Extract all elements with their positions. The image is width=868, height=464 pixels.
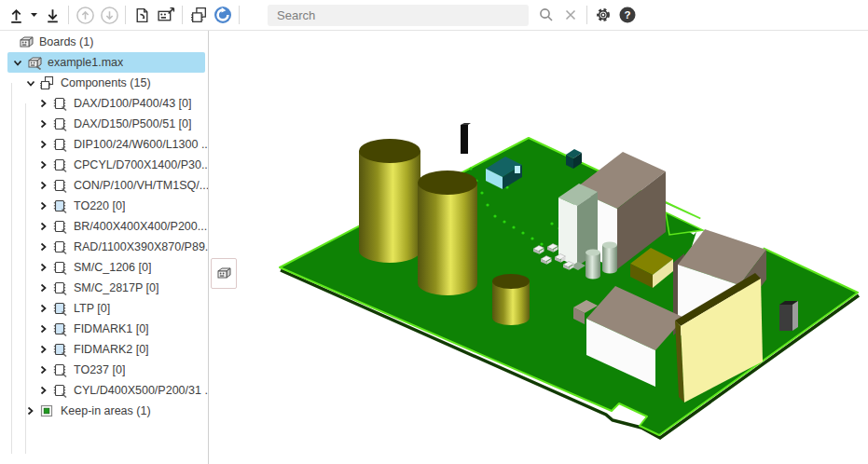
tree-row-dip100-24-w600-l1300[interactable]: DIP100/24/W600/L1300 ... [0, 134, 208, 155]
tree-row-label: TO220 [0] [74, 199, 125, 212]
chevron-icon[interactable] [39, 365, 48, 375]
cap-cylinder-sage-2[interactable] [602, 242, 617, 274]
component-chip-icon [52, 198, 68, 214]
tree-row-cyl-d400x500-p200-31[interactable]: CYL/D400X500/P200/31 ... [0, 380, 208, 401]
electrolytic-capacitor-large-2[interactable] [418, 171, 477, 295]
tree-row-label: DAX/D100/P400/43 [0] [74, 97, 191, 110]
tree-row-fidmark1-0[interactable]: FIDMARK1 [0] [0, 319, 208, 339]
tree-row-fidmark2-0[interactable]: FIDMARK2 [0] [0, 339, 208, 360]
refresh-button[interactable] [211, 3, 235, 27]
toolbar-separator [586, 6, 587, 24]
components-stack-button[interactable] [186, 3, 211, 27]
component-chip-icon [52, 178, 68, 194]
chevron-icon[interactable] [39, 119, 48, 129]
tree-row-boards-1[interactable]: Boards (1) [0, 32, 208, 52]
move-up-button[interactable] [73, 3, 97, 27]
chevron-icon[interactable] [39, 283, 48, 293]
tree-row-label: example1.max [48, 56, 123, 69]
upload-button[interactable] [4, 3, 28, 27]
tree-row-keep-in-areas-1[interactable]: Keep-in areas (1) [0, 401, 208, 421]
export-board-button[interactable] [154, 3, 178, 27]
chevron-icon[interactable] [39, 140, 48, 149]
chevron-icon[interactable] [39, 181, 48, 190]
component-chip-icon [52, 342, 68, 358]
chevron-icon[interactable] [39, 345, 48, 354]
keep-in-area-icon [39, 403, 54, 418]
electrolytic-capacitor-large-1[interactable] [359, 139, 420, 263]
tree-row-to220-0[interactable]: TO220 [0] [0, 196, 208, 216]
component-chip-icon [52, 137, 68, 153]
board-icon [26, 56, 43, 70]
refresh-icon [213, 5, 233, 25]
chevron-icon[interactable] [39, 304, 48, 313]
tree-row-to237-0[interactable]: TO237 [0] [0, 360, 208, 380]
chevron-icon[interactable] [26, 78, 35, 88]
caret-down-icon [30, 12, 38, 18]
search-icon [538, 7, 555, 23]
tree-row-ltp-0[interactable]: LTP [0] [0, 298, 208, 319]
component-chip-icon [52, 96, 68, 112]
tree-row-rad-1100x390x870-p89[interactable]: RAD/1100X390X870/P89... [0, 237, 208, 257]
export-board-icon [157, 6, 176, 25]
search-input[interactable] [268, 5, 529, 26]
tree-row-components-15[interactable]: Components (15) [0, 73, 208, 93]
tree-row-label: TO237 [0] [74, 363, 125, 376]
component-chip-icon [52, 219, 68, 235]
chevron-icon[interactable] [39, 386, 48, 395]
chevron-icon[interactable] [39, 99, 48, 108]
paste-document-button[interactable] [130, 3, 154, 27]
download-button[interactable] [40, 3, 64, 27]
move-down-circle-icon [100, 6, 119, 25]
upload-icon [7, 7, 25, 24]
settings-button[interactable] [591, 3, 615, 27]
help-icon: ? [618, 6, 637, 24]
chevron-icon[interactable] [39, 160, 48, 170]
settings-gear-icon [594, 6, 613, 24]
chevron-icon[interactable] [39, 242, 48, 252]
component-chip-icon [52, 362, 68, 378]
component-chip-icon [52, 383, 68, 399]
chevron-icon[interactable] [39, 324, 48, 334]
chevron-icon[interactable] [39, 201, 48, 211]
tree-row-label: CYL/D400X500/P200/31 ... [74, 384, 208, 397]
move-down-button[interactable] [97, 3, 121, 27]
chevron-icon[interactable] [5, 37, 14, 47]
search-button[interactable] [534, 3, 558, 27]
component-chip-icon [52, 280, 68, 296]
tree-row-br-400x400x400-p200[interactable]: BR/400X400X400/P200... [0, 216, 208, 237]
tree-row-sm-c-2817p-0[interactable]: SM/C_2817P [0] [0, 278, 208, 298]
search-clear-button[interactable] [558, 3, 583, 27]
component-chip-icon [52, 260, 68, 276]
svg-text:?: ? [624, 9, 630, 20]
tree-row-label: SM/C_2817P [0] [74, 281, 159, 294]
toolbar-separator [68, 6, 69, 24]
tree-row-label: BR/400X400X400/P200... [74, 220, 207, 233]
pin-header-black[interactable] [461, 123, 471, 154]
tree-rows: Boards (1) example1.max Components (15) … [0, 31, 208, 421]
help-button[interactable]: ? [615, 3, 640, 27]
tree-row-dax-d100-p400-43-0[interactable]: DAX/D100/P400/43 [0] [0, 93, 208, 114]
components-stack-icon [39, 75, 55, 91]
chevron-icon[interactable] [39, 222, 48, 231]
chevron-icon[interactable] [13, 58, 22, 67]
tree-row-label: Keep-in areas (1) [61, 404, 151, 417]
tree-row-label: CON/P/100/VH/TM1SQ/... [74, 179, 208, 192]
3d-viewport[interactable] [210, 31, 868, 464]
box-grey-small[interactable] [779, 301, 798, 331]
board-icon [215, 266, 232, 280]
upload-menu-button[interactable] [28, 3, 40, 27]
tree-row-label: Boards (1) [39, 35, 93, 48]
chevron-icon[interactable] [39, 263, 48, 272]
model-tree-panel: Boards (1) example1.max Components (15) … [0, 31, 209, 464]
tree-row-cpcyl-d700x1400-p30[interactable]: CPCYL/D700X1400/P30... [0, 155, 208, 175]
tree-row-sm-c-1206-0[interactable]: SM/C_1206 [0] [0, 257, 208, 278]
component-chip-icon [52, 301, 68, 317]
electrolytic-capacitor-small[interactable] [492, 274, 530, 325]
tree-row-label: DAX/D150/P500/51 [0] [74, 117, 191, 130]
chevron-icon[interactable] [26, 406, 35, 416]
panel-collapse-handle[interactable] [211, 258, 237, 289]
tree-row-con-p-100-vh-tm1sq[interactable]: CON/P/100/VH/TM1SQ/... [0, 175, 208, 196]
tree-row-dax-d150-p500-51-0[interactable]: DAX/D150/P500/51 [0] [0, 114, 208, 134]
cap-cylinder-sage-1[interactable] [586, 250, 600, 280]
tree-row-example1-max[interactable]: example1.max [7, 52, 205, 73]
